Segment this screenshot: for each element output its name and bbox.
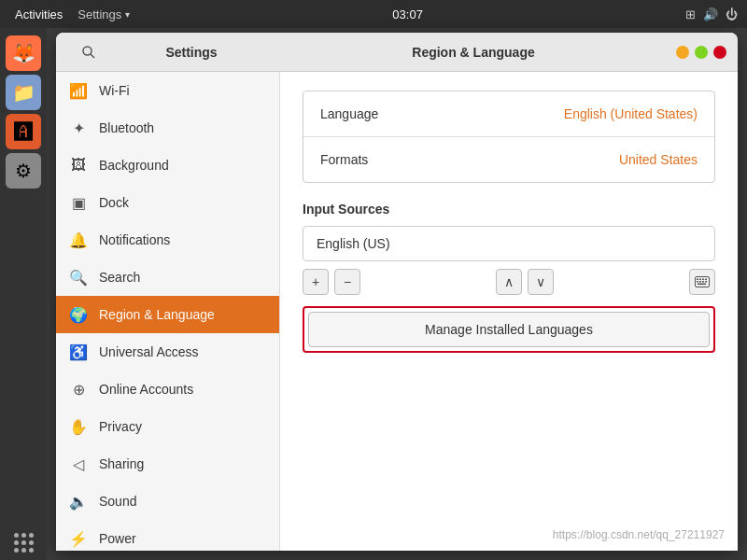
volume-icon: 🔊 xyxy=(703,7,718,21)
online-accounts-icon: ⊕ xyxy=(69,381,88,399)
sidebar: 📶 Wi-Fi ✦ Bluetooth 🖼 Background ▣ Dock … xyxy=(56,72,280,551)
sidebar-label-online-accounts: Online Accounts xyxy=(99,382,193,397)
region-icon: 🌍 xyxy=(69,306,88,324)
sidebar-label-region: Region & Language xyxy=(99,307,215,322)
settings-window: Settings Region & Language 📶 Wi-Fi ✦ Blu… xyxy=(56,33,738,551)
input-sources-title: Input Sources xyxy=(303,202,715,217)
sidebar-item-universal-access[interactable]: ♿ Universal Access xyxy=(56,333,279,371)
svg-line-1 xyxy=(91,54,94,58)
dock-icon: ▣ xyxy=(69,194,88,212)
sidebar-item-sharing[interactable]: ◁ Sharing xyxy=(56,445,279,483)
svg-rect-6 xyxy=(705,279,707,281)
sidebar-item-notifications[interactable]: 🔔 Notifications xyxy=(56,221,279,259)
sound-icon: 🔈 xyxy=(69,493,88,511)
activities-button[interactable]: Activities xyxy=(9,6,68,23)
sidebar-item-power[interactable]: ⚡ Power xyxy=(56,520,279,551)
manage-languages-wrapper: Manage Installed Languages xyxy=(303,306,715,353)
sidebar-item-search[interactable]: 🔍 Search xyxy=(56,259,279,296)
taskbar-software[interactable]: 🅰 xyxy=(6,114,41,149)
app-menu[interactable]: Settings ▾ xyxy=(78,7,130,21)
language-value[interactable]: English (United States) xyxy=(564,106,698,121)
move-down-button[interactable]: ∨ xyxy=(528,269,554,295)
svg-rect-5 xyxy=(702,279,704,281)
sidebar-item-sound[interactable]: 🔈 Sound xyxy=(56,483,279,520)
sidebar-label-universal-access: Universal Access xyxy=(99,344,199,359)
clock: 03:07 xyxy=(392,7,423,21)
main-layout: 📶 Wi-Fi ✦ Bluetooth 🖼 Background ▣ Dock … xyxy=(56,72,738,551)
universal-access-icon: ♿ xyxy=(69,343,88,361)
chevron-down-icon: ▾ xyxy=(125,9,130,20)
sidebar-item-online-accounts[interactable]: ⊕ Online Accounts xyxy=(56,371,279,408)
search-sidebar-icon: 🔍 xyxy=(69,269,88,287)
titlebar-center-title: Region & Language xyxy=(271,45,676,60)
maximize-button[interactable] xyxy=(695,46,708,59)
sidebar-label-background: Background xyxy=(99,158,169,173)
svg-rect-3 xyxy=(697,279,698,281)
sidebar-label-notifications: Notifications xyxy=(99,232,170,247)
language-label: Language xyxy=(320,106,378,121)
input-sources-controls: + − ∧ ∨ xyxy=(303,269,715,295)
svg-rect-8 xyxy=(699,281,701,283)
minimize-button[interactable] xyxy=(676,46,689,59)
taskbar: 🦊 📁 🅰 ⚙ xyxy=(0,28,47,560)
privacy-icon: ✋ xyxy=(69,418,88,436)
move-up-button[interactable]: ∧ xyxy=(496,269,522,295)
taskbar-grid-btn[interactable] xyxy=(6,525,41,560)
svg-point-0 xyxy=(83,47,92,55)
sidebar-item-dock[interactable]: ▣ Dock xyxy=(56,184,279,221)
keyboard-icon xyxy=(695,276,710,287)
window-controls xyxy=(676,46,738,59)
notifications-icon: 🔔 xyxy=(69,231,88,249)
sidebar-item-background[interactable]: 🖼 Background xyxy=(56,147,279,184)
bluetooth-icon: ✦ xyxy=(69,119,88,137)
sidebar-label-power: Power xyxy=(99,531,136,546)
sidebar-item-bluetooth[interactable]: ✦ Bluetooth xyxy=(56,109,279,147)
app-menu-label: Settings xyxy=(78,7,121,21)
sharing-icon: ◁ xyxy=(69,455,88,473)
sidebar-item-privacy[interactable]: ✋ Privacy xyxy=(56,408,279,445)
sidebar-label-bluetooth: Bluetooth xyxy=(99,120,154,135)
power-icon-sidebar: ⚡ xyxy=(69,530,88,548)
topbar: Activities Settings ▾ 03:07 ⊞ 🔊 ⏻ xyxy=(0,0,747,28)
sidebar-label-search: Search xyxy=(99,270,140,285)
formats-label: Formats xyxy=(320,152,368,167)
sidebar-label-privacy: Privacy xyxy=(99,419,142,434)
svg-rect-9 xyxy=(702,281,704,283)
grid-dots-icon xyxy=(14,533,34,553)
watermark: https://blog.csdn.net/qq_27211927 xyxy=(553,528,725,541)
sidebar-label-sound: Sound xyxy=(99,494,136,509)
svg-rect-11 xyxy=(698,284,706,286)
language-formats-card: Language English (United States) Formats… xyxy=(303,91,715,183)
sidebar-label-wifi: Wi-Fi xyxy=(99,83,130,98)
background-icon: 🖼 xyxy=(69,157,88,174)
language-row: Language English (United States) xyxy=(303,91,714,137)
formats-value[interactable]: United States xyxy=(619,152,698,167)
content-area: Language English (United States) Formats… xyxy=(280,72,738,551)
titlebar-search-icon[interactable] xyxy=(56,45,112,60)
sidebar-item-region[interactable]: 🌍 Region & Language xyxy=(56,296,279,333)
input-source-english[interactable]: English (US) xyxy=(303,227,714,260)
titlebar-left-title: Settings xyxy=(112,45,271,60)
manage-languages-button[interactable]: Manage Installed Languages xyxy=(308,312,710,347)
taskbar-files[interactable]: 📁 xyxy=(6,75,41,110)
taskbar-firefox[interactable]: 🦊 xyxy=(6,35,41,71)
svg-rect-7 xyxy=(697,281,698,283)
sidebar-item-wifi[interactable]: 📶 Wi-Fi xyxy=(56,72,279,109)
formats-row: Formats United States xyxy=(303,137,714,182)
close-button[interactable] xyxy=(713,46,726,59)
input-sources-list: English (US) xyxy=(303,226,715,261)
add-source-button[interactable]: + xyxy=(303,269,329,295)
sidebar-label-sharing: Sharing xyxy=(99,456,144,471)
svg-rect-4 xyxy=(699,279,701,281)
taskbar-settings[interactable]: ⚙ xyxy=(6,153,41,189)
keyboard-layout-button[interactable] xyxy=(689,269,715,295)
remove-source-button[interactable]: − xyxy=(334,269,360,295)
titlebar: Settings Region & Language xyxy=(56,33,738,72)
svg-rect-10 xyxy=(705,281,707,283)
power-icon: ⏻ xyxy=(726,7,738,21)
sidebar-label-dock: Dock xyxy=(99,195,129,210)
wifi-icon: 📶 xyxy=(69,82,88,100)
network-icon: ⊞ xyxy=(685,7,696,21)
